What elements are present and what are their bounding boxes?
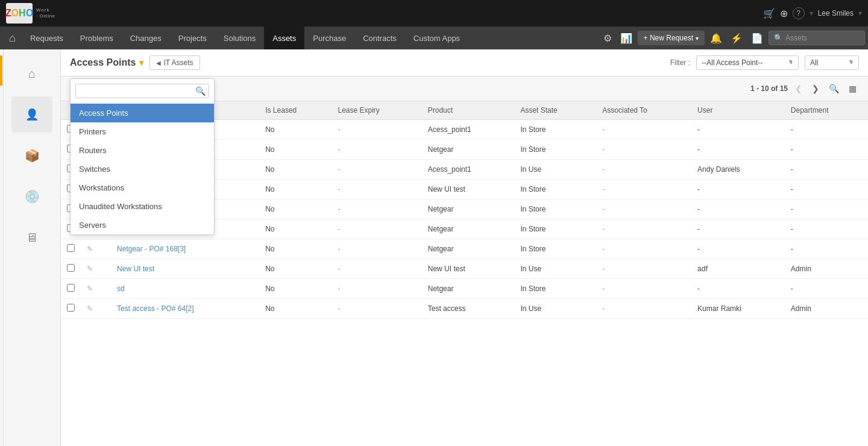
row-leased-6: No [259, 239, 332, 259]
sidebar-item-0[interactable]: ⌂ [11, 55, 52, 92]
checkbox-6[interactable] [67, 244, 75, 252]
dropdown-item-switches[interactable]: Switches [71, 160, 214, 178]
sidebar-item-1[interactable]: 👤 [11, 96, 52, 133]
nav-purchase[interactable]: Purchase [304, 27, 354, 49]
nav-projects[interactable]: Projects [170, 27, 215, 49]
row-product-4: Netgear [422, 199, 515, 219]
row-lease-expiry-3: - [332, 180, 422, 199]
dropdown-item-access-points[interactable]: Access Points [71, 104, 214, 122]
search-input[interactable] [785, 34, 852, 42]
row-edit-8[interactable]: ✎ [81, 279, 111, 299]
row-lease-expiry-8: - [332, 279, 422, 299]
row-checkbox-6[interactable] [61, 239, 81, 259]
row-user-1: - [691, 140, 785, 160]
search-records-icon[interactable]: 🔍 [826, 83, 841, 95]
sidebar-box-icon: 📦 [25, 148, 40, 163]
edit-icon-9[interactable]: ✎ [87, 304, 93, 313]
edit-icon-7[interactable]: ✎ [87, 265, 93, 273]
it-assets-button[interactable]: ◀ IT Assets [149, 55, 200, 70]
content-header: Access Points ▾ 🔍 Access Points Printers… [61, 49, 868, 77]
sidebar-item-3[interactable]: 💿 [11, 178, 52, 215]
row-leased-3: No [259, 180, 332, 199]
row-department-3: - [785, 180, 868, 199]
row-associated-0: - [596, 120, 691, 140]
asset-link-7[interactable]: New UI test [117, 265, 154, 273]
user-name[interactable]: Lee Smiles [818, 9, 854, 17]
row-name-9[interactable]: Test access - PO# 64[2] [111, 299, 259, 319]
dropdown-item-unaudited[interactable]: Unaudited Workstations [71, 197, 214, 216]
cart-icon[interactable]: 🛒 [763, 8, 775, 19]
add-icon[interactable]: ⊕ [780, 8, 788, 19]
row-asset-state-8: In Store [514, 279, 596, 299]
row-edit-9[interactable]: ✎ [81, 299, 111, 319]
row-edit-7[interactable]: ✎ [81, 259, 111, 279]
checkbox-9[interactable] [67, 304, 75, 312]
th-associated-to: Associated To [596, 101, 691, 120]
row-leased-9: No [259, 299, 332, 319]
edit-icon-8[interactable]: ✎ [87, 284, 93, 293]
asset-link-9[interactable]: Test access - PO# 64[2] [117, 304, 193, 313]
row-lease-expiry-2: - [332, 160, 422, 180]
nav-bar: ⌂ Requests Problems Changes Projects Sol… [0, 27, 868, 49]
bell-icon[interactable]: 🔔 [707, 30, 725, 47]
home-nav-icon[interactable]: ⌂ [3, 32, 22, 45]
prev-page-button[interactable]: ❮ [793, 83, 805, 95]
row-leased-2: No [259, 160, 332, 180]
row-edit-6[interactable]: ✎ [81, 239, 111, 259]
new-request-button[interactable]: + New Request ▾ [638, 31, 705, 45]
next-page-button[interactable]: ❯ [810, 83, 822, 95]
nav-assets[interactable]: Assets [264, 27, 304, 49]
row-checkbox-9[interactable] [61, 299, 81, 319]
title-dropdown-icon[interactable]: ▾ [139, 58, 143, 68]
dropdown-item-workstations[interactable]: Workstations [71, 178, 214, 197]
row-asset-state-7: In Use [514, 259, 596, 279]
row-department-6: - [785, 239, 868, 259]
asset-link-8[interactable]: sd [117, 284, 125, 293]
row-lease-expiry-4: - [332, 199, 422, 219]
row-checkbox-7[interactable] [61, 259, 81, 279]
content-header-left: Access Points ▾ 🔍 Access Points Printers… [70, 55, 200, 70]
asset-link-6[interactable]: Netgear - PO# 168[3] [117, 245, 186, 253]
row-associated-1: - [596, 140, 691, 160]
sidebar-home-icon: ⌂ [28, 67, 36, 81]
sidebar-item-2[interactable]: 📦 [11, 137, 52, 174]
row-name-6[interactable]: Netgear - PO# 168[3] [111, 239, 259, 259]
dropdown-search-input[interactable] [75, 84, 209, 98]
doc-icon[interactable]: 📄 [748, 30, 766, 47]
row-user-5: - [691, 219, 785, 239]
nav-custom-apps[interactable]: Custom Apps [405, 27, 468, 49]
filter-label: Filter : [670, 58, 690, 67]
nav-contracts[interactable]: Contracts [354, 27, 405, 49]
edit-icon-6[interactable]: ✎ [87, 245, 93, 253]
nav-right: ⚙ 📊 + New Request ▾ 🔔 ⚡ 📄 🔍 [600, 30, 865, 47]
sidebar: ⌂ 👤 📦 💿 🖥 [4, 49, 61, 446]
row-name-8[interactable]: sd [111, 279, 259, 299]
nav-changes[interactable]: Changes [122, 27, 170, 49]
checkbox-8[interactable] [67, 284, 75, 292]
dropdown-item-servers[interactable]: Servers [71, 216, 214, 234]
row-checkbox-8[interactable] [61, 279, 81, 299]
dropdown-item-routers[interactable]: Routers [71, 141, 214, 160]
table-row: ✎ Test access - PO# 64[2] No - Test acce… [61, 299, 868, 319]
grid-icon[interactable]: ▦ [846, 83, 859, 95]
row-department-2: - [785, 160, 868, 180]
row-associated-2: - [596, 160, 691, 180]
filter-dropdown-1[interactable]: --All Access Point-- ▼ [696, 55, 799, 70]
row-leased-7: No [259, 259, 332, 279]
chart-icon[interactable]: 📊 [617, 30, 635, 47]
sidebar-item-4[interactable]: 🖥 [11, 219, 52, 256]
sidebar-package-icon: 🖥 [26, 231, 38, 245]
filter-dropdown-2[interactable]: All ▼ [805, 55, 859, 70]
checkbox-7[interactable] [67, 264, 75, 272]
nav-problems[interactable]: Problems [72, 27, 122, 49]
lightning-icon[interactable]: ⚡ [728, 30, 746, 47]
dropdown-item-printers[interactable]: Printers [71, 122, 214, 141]
th-product: Product [422, 101, 515, 120]
row-name-7[interactable]: New UI test [111, 259, 259, 279]
nav-requests[interactable]: Requests [22, 27, 72, 49]
nav-solutions[interactable]: Solutions [215, 27, 264, 49]
search-box[interactable]: 🔍 [769, 31, 865, 45]
th-lease-expiry: Lease Expiry [332, 101, 422, 120]
settings-icon[interactable]: ⚙ [600, 30, 615, 47]
help-icon[interactable]: ? [793, 7, 805, 19]
